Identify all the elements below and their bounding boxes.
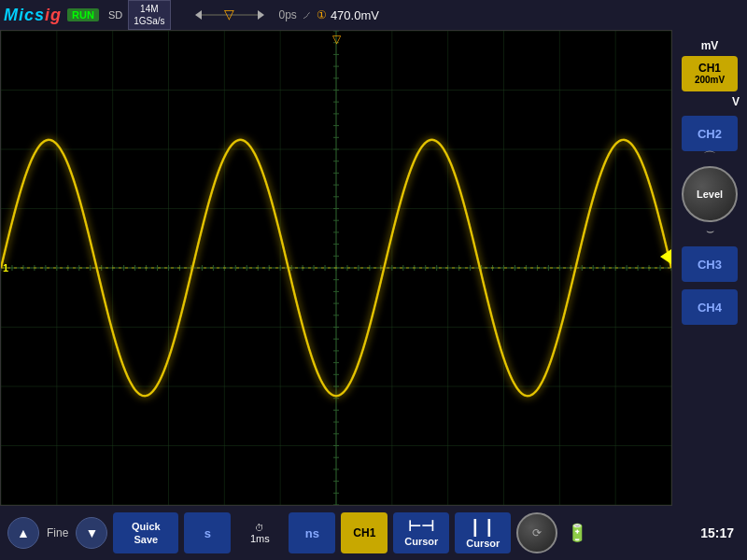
cursor1-label: Cursor <box>404 536 438 547</box>
ch4-button[interactable]: CH4 <box>682 289 738 325</box>
timebase-value: 1ms <box>250 533 270 544</box>
oscilloscope-container: ▽ 1 mV CH1 200mV V CH2 ⌒ Level ⌣ CH3 CH4 <box>0 30 747 506</box>
timebase-icon: ⏱ <box>255 523 264 533</box>
cursor1-button[interactable]: ⊢⊣ Cursor <box>393 512 449 553</box>
osc-screen: ▽ 1 <box>0 30 672 506</box>
mv-unit-label: mV <box>701 39 719 52</box>
trigger-info: 0ps ⟋ ① 470.0mV <box>279 8 379 22</box>
time-display: 15:17 <box>700 525 734 540</box>
cursor2-label: Cursor <box>466 538 500 549</box>
trigger-pos: ▽ <box>195 10 264 20</box>
trigger-marker: ▽ <box>332 33 341 46</box>
battery-icon: 🔋 <box>567 523 587 543</box>
waveform <box>1 31 671 505</box>
up-arrow-button[interactable]: ▲ <box>7 517 39 549</box>
ch1-button[interactable]: CH1 200mV <box>682 56 738 91</box>
level-up-arrow: ⌒ <box>703 149 716 166</box>
quick-save-button[interactable]: Quick Save <box>113 512 178 553</box>
fine-label: Fine <box>47 526 68 539</box>
ch1-ground-marker: 1 <box>3 262 8 273</box>
level-down-arrow: ⌣ <box>706 223 714 239</box>
timebase-display: ⏱ 1ms <box>236 523 283 544</box>
cursor2-button[interactable]: | | Cursor <box>455 512 511 553</box>
sd-label: SD <box>108 9 122 21</box>
ch3-button[interactable]: CH3 <box>682 246 738 282</box>
bottom-bar: ▲ Fine ▼ Quick Save s ⏱ 1ms ns CH1 ⊢⊣ Cu… <box>0 506 747 560</box>
ns-button[interactable]: ns <box>289 512 335 553</box>
ch1-small-button[interactable]: CH1 <box>341 512 388 553</box>
logo: Micsig <box>4 6 62 25</box>
right-panel: mV CH1 200mV V CH2 ⌒ Level ⌣ CH3 CH4 <box>672 30 747 506</box>
down-arrow-button[interactable]: ▼ <box>76 517 107 549</box>
level-knob[interactable]: Level <box>682 166 738 222</box>
cursor1-icon: ⊢⊣ <box>408 519 434 534</box>
ch2-button[interactable]: CH2 <box>682 116 738 151</box>
v-unit-label: V <box>732 95 740 108</box>
run-status: RUN <box>67 8 99 21</box>
cursor2-icon: | | <box>472 517 494 536</box>
top-bar: Micsig RUN SD 14M 1GSa/s ▽ 0ps ⟋ ① 470.0… <box>0 0 747 30</box>
level-knob-container: ⌒ Level ⌣ <box>682 162 738 226</box>
time-s-button[interactable]: s <box>184 512 231 553</box>
memory-info: 14M 1GSa/s <box>128 0 170 30</box>
dial-knob[interactable]: ⟳ <box>516 512 557 553</box>
ch1-level-arrow <box>660 249 671 264</box>
